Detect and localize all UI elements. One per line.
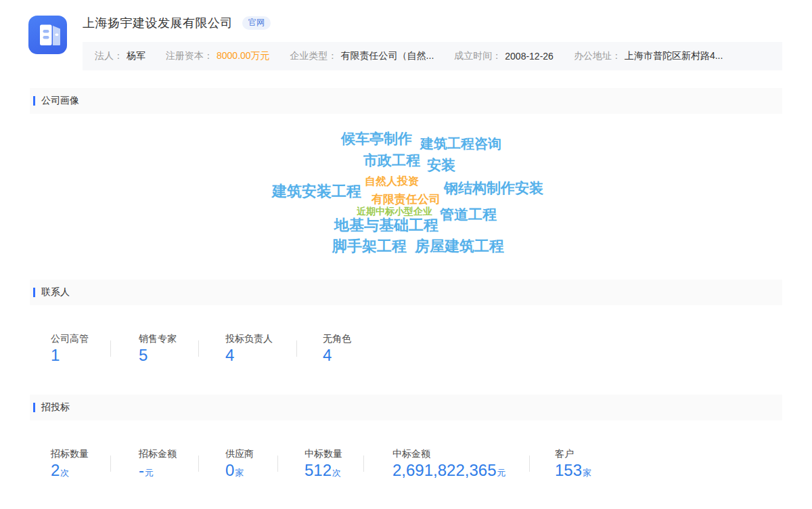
stat-customers: 客户 153家 <box>555 448 591 479</box>
official-site-badge[interactable]: 官网 <box>242 16 271 29</box>
stat-divider <box>110 340 111 357</box>
cloud-word: 市政工程 <box>363 153 420 167</box>
stat-unit: 元 <box>145 468 154 478</box>
info-founding-date: 成立时间： 2008-12-26 <box>454 50 554 62</box>
info-enterprise-type: 企业类型： 有限责任公司（自然... <box>290 50 434 62</box>
cloud-word: 管道工程 <box>440 207 497 221</box>
stat-number: 153家 <box>555 462 591 479</box>
section-accent-bar <box>33 288 35 297</box>
stat-divider <box>296 340 297 357</box>
info-legal-person: 法人： 杨军 <box>95 50 145 62</box>
stat-tender-amount: 招标金额 -元 <box>139 448 177 479</box>
stat-bid-managers: 投标负责人 4 <box>225 333 273 363</box>
cloud-word: 建筑工程咨询 <box>420 137 501 150</box>
building-icon <box>28 16 67 54</box>
section-header-bidding: 招投标 <box>30 395 782 420</box>
stat-number: 512次 <box>304 462 342 479</box>
section-header-company-portrait: 公司画像 <box>30 88 782 114</box>
cloud-word: 脚手架工程 <box>332 239 407 254</box>
stat-divider <box>363 456 364 472</box>
section-accent-bar <box>33 403 35 412</box>
stat-divider <box>198 456 199 472</box>
company-profile-page: 上海扬宇建设发展有限公司 官网 法人： 杨军 注册资本： 8000.00万元 企… <box>0 0 812 509</box>
stat-sales-experts: 销售专家 5 <box>139 333 177 363</box>
stat-tender-count: 招标数量 2次 <box>51 448 89 479</box>
stat-unit: 次 <box>332 468 341 478</box>
cloud-word: 地基与基础工程 <box>334 218 438 233</box>
section-accent-bar <box>33 96 35 106</box>
stat-number: 1 <box>51 347 89 363</box>
stat-unit: 家 <box>235 468 244 478</box>
stat-company-executives: 公司高管 1 <box>51 333 89 363</box>
stat-unit: 家 <box>583 468 591 478</box>
info-registered-capital: 注册资本： 8000.00万元 <box>166 50 270 62</box>
info-office-address: 办公地址： 上海市普陀区新村路4... <box>574 50 723 62</box>
stat-number: 2,691,822,365元 <box>392 462 505 479</box>
stat-win-amount: 中标金额 2,691,822,365元 <box>392 448 505 479</box>
stat-divider <box>529 456 530 472</box>
cloud-word: 建筑安装工程 <box>272 184 361 199</box>
stat-unit: 元 <box>497 468 505 478</box>
stat-no-role: 无角色 4 <box>323 333 351 363</box>
stat-divider <box>110 456 111 472</box>
company-logo <box>28 16 67 54</box>
cloud-word: 房屋建筑工程 <box>415 239 504 254</box>
cloud-word: 自然人投资 <box>365 176 419 187</box>
stat-unit: 次 <box>60 468 69 478</box>
company-info-bar: 法人： 杨军 注册资本： 8000.00万元 企业类型： 有限责任公司（自然..… <box>83 42 782 70</box>
header-title-row: 上海扬宇建设发展有限公司 官网 <box>83 14 271 32</box>
cloud-word: 候车亭制作 <box>341 131 412 146</box>
page-title: 上海扬宇建设发展有限公司 <box>83 15 233 31</box>
stat-number: 4 <box>323 347 351 363</box>
stat-number: 5 <box>139 347 177 363</box>
stat-divider <box>198 340 199 357</box>
stat-suppliers: 供应商 0家 <box>225 448 254 479</box>
section-header-contacts: 联系人 <box>30 280 782 305</box>
stat-number: -元 <box>139 462 177 479</box>
cloud-word: 安装 <box>427 158 455 172</box>
stat-win-count: 中标数量 512次 <box>304 448 342 479</box>
stat-number: 4 <box>225 347 273 363</box>
cloud-word: 有限责任公司 <box>371 194 441 205</box>
stat-divider <box>277 456 278 472</box>
stat-number: 0家 <box>225 462 254 479</box>
stat-number: 2次 <box>51 462 89 479</box>
cloud-word: 钢结构制作安装 <box>444 181 543 195</box>
cloud-word: 近期中标小型企业 <box>357 206 432 216</box>
